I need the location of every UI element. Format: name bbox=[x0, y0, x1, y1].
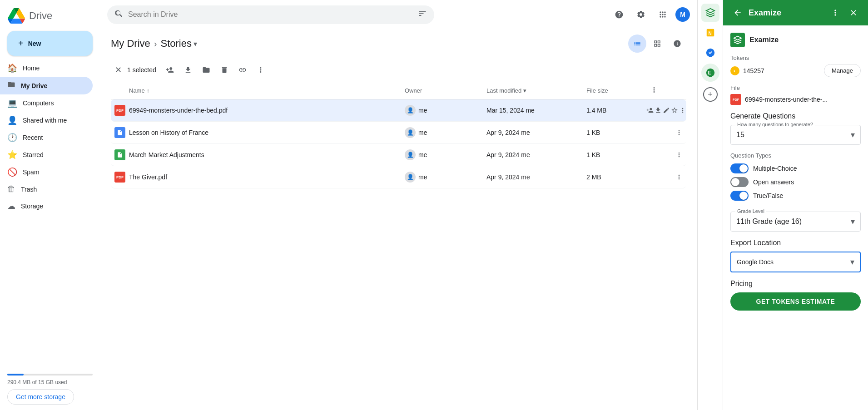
examize-logo bbox=[730, 33, 745, 47]
owner-cell: 👤 me bbox=[405, 172, 486, 183]
storage-bar-fill bbox=[7, 374, 24, 375]
apps-button[interactable] bbox=[654, 5, 672, 24]
export-section: Export Location Google Docs ▾ bbox=[730, 239, 861, 272]
more-row-button[interactable] bbox=[672, 125, 686, 140]
open-answers-toggle[interactable] bbox=[730, 177, 749, 187]
sidebar-item-trash[interactable]: 🗑 Trash bbox=[0, 181, 93, 198]
owner-avatar: 👤 bbox=[405, 105, 416, 116]
doc-icon bbox=[114, 127, 125, 138]
true-false-toggle[interactable] bbox=[730, 191, 749, 201]
get-tokens-estimate-button[interactable]: GET TOKENS ESTIMATE bbox=[730, 292, 861, 311]
grade-level-value: 11th Grade (age 16) bbox=[736, 217, 802, 226]
grid-view-button[interactable] bbox=[648, 35, 666, 53]
export-location-select[interactable]: Google Docs ▾ bbox=[730, 252, 861, 272]
list-view-button[interactable] bbox=[628, 35, 646, 53]
sidebar-item-recent[interactable]: 🕐 Recent bbox=[0, 129, 93, 146]
download-button[interactable] bbox=[180, 62, 196, 78]
modified-sort-icon: ▾ bbox=[523, 87, 526, 94]
yellow-strip-icon[interactable]: N bbox=[701, 24, 719, 42]
search-filter-icon[interactable] bbox=[418, 9, 427, 20]
shared-icon: 👤 bbox=[7, 115, 17, 125]
blue-check-strip-icon[interactable] bbox=[701, 44, 719, 62]
panel-back-button[interactable] bbox=[730, 5, 745, 20]
name-col-label: Name bbox=[129, 87, 145, 94]
sidebar-item-shared-with-me[interactable]: 👤 Shared with me bbox=[0, 112, 93, 129]
get-link-button[interactable] bbox=[234, 62, 251, 78]
table-row[interactable]: PDF 69949-monsters-under-the-bed.pdf 👤 m… bbox=[111, 99, 686, 122]
examize-name-label: Examize bbox=[749, 36, 779, 44]
row-actions-cell bbox=[650, 148, 686, 162]
panel-file-name: 69949-monsters-under-the-... bbox=[745, 96, 828, 103]
grade-level-row: 11th Grade (age 16) ▾ bbox=[736, 217, 855, 227]
num-questions-label: How many questions to generate? bbox=[735, 122, 815, 127]
sidebar-item-storage[interactable]: ☁ Storage bbox=[0, 198, 93, 215]
owner-name: me bbox=[418, 151, 427, 158]
star-row-button[interactable] bbox=[671, 103, 678, 118]
panel-more-button[interactable] bbox=[828, 5, 843, 20]
modified-cell: Apr 9, 2024 me bbox=[486, 173, 586, 181]
grade-level-select[interactable]: Grade Level 11th Grade (age 16) ▾ bbox=[730, 212, 861, 232]
sidebar-item-spam[interactable]: 🚫 Spam bbox=[0, 163, 93, 181]
edit-row-button[interactable] bbox=[663, 103, 670, 118]
sidebar-item-starred[interactable]: ⭐ Starred bbox=[0, 146, 93, 163]
row-actions-cell bbox=[650, 125, 686, 140]
sidebar: Drive + New 🏠 Home My Drive 💻 Computers … bbox=[0, 0, 100, 410]
deselect-button[interactable]: ✕ bbox=[111, 63, 125, 77]
file-name-cell: Lesson on History of France bbox=[129, 129, 405, 136]
topbar-right: M bbox=[610, 5, 690, 24]
sidebar-item-home[interactable]: 🏠 Home bbox=[0, 59, 93, 77]
user-avatar[interactable]: M bbox=[675, 7, 690, 22]
sidebar-item-computers[interactable]: 💻 Computers bbox=[0, 94, 93, 112]
more-actions-button[interactable] bbox=[253, 62, 269, 78]
share-person-button[interactable] bbox=[646, 103, 654, 118]
true-false-row: True/False bbox=[730, 191, 861, 201]
file-name: 69949-monsters-under-the-bed.pdf bbox=[129, 107, 228, 114]
action-bar: ✕ 1 selected bbox=[100, 58, 697, 82]
info-button[interactable] bbox=[668, 35, 686, 53]
breadcrumb-parent[interactable]: My Drive bbox=[111, 38, 150, 49]
table-row[interactable]: March Market Adjustments 👤 me Apr 9, 202… bbox=[111, 144, 686, 166]
svg-text:N: N bbox=[708, 31, 711, 36]
panel-close-button[interactable] bbox=[846, 5, 861, 20]
num-questions-select[interactable]: How many questions to generate? 15 ▾ bbox=[730, 125, 861, 145]
file-name: March Market Adjustments bbox=[129, 151, 204, 158]
file-row: PDF 69949-monsters-under-the-... bbox=[730, 94, 861, 105]
multiple-choice-toggle[interactable] bbox=[730, 163, 749, 173]
manage-button[interactable]: Manage bbox=[824, 64, 861, 77]
name-column-header[interactable]: Name ↑ bbox=[129, 87, 405, 94]
starred-icon: ⭐ bbox=[7, 150, 17, 160]
sidebar-item-recent-label: Recent bbox=[23, 134, 43, 141]
breadcrumb-current[interactable]: Stories ▾ bbox=[160, 38, 197, 49]
add-extension-button[interactable]: + bbox=[703, 87, 718, 102]
get-more-storage-button[interactable]: Get more storage bbox=[7, 389, 74, 405]
settings-button[interactable] bbox=[632, 5, 650, 24]
generate-questions-section: Generate Questions How many questions to… bbox=[730, 112, 861, 145]
file-table: Name ↑ Owner Last modified ▾ File size P… bbox=[100, 82, 697, 410]
table-row[interactable]: Lesson on History of France 👤 me Apr 9, … bbox=[111, 122, 686, 144]
owner-avatar: 👤 bbox=[405, 127, 416, 138]
generate-label: Generate Questions bbox=[730, 112, 861, 120]
help-button[interactable] bbox=[610, 5, 628, 24]
breadcrumb-current-label: Stories bbox=[160, 38, 191, 49]
new-button[interactable]: + New bbox=[7, 31, 93, 56]
more-row-button[interactable] bbox=[672, 170, 686, 184]
more-row-button[interactable] bbox=[672, 148, 686, 162]
export-chevron-icon: ▾ bbox=[850, 257, 854, 267]
organize-button[interactable] bbox=[198, 62, 214, 78]
download-row-button[interactable] bbox=[655, 103, 662, 118]
more-row-button[interactable] bbox=[679, 103, 686, 118]
sidebar-item-my-drive[interactable]: My Drive bbox=[0, 77, 93, 94]
owner-avatar: 👤 bbox=[405, 149, 416, 160]
question-types-label: Question Types bbox=[730, 152, 861, 159]
table-row[interactable]: PDF The Giver.pdf 👤 me Apr 9, 2024 me 2 … bbox=[111, 166, 686, 188]
multiple-choice-row: Multiple-Choice bbox=[730, 163, 861, 173]
right-panel: Examize Examize Tokens $ 145257 Manage bbox=[723, 0, 868, 410]
green-robot-strip-icon[interactable]: E bbox=[701, 64, 719, 82]
sidebar-item-computers-label: Computers bbox=[23, 99, 54, 107]
delete-button[interactable] bbox=[216, 62, 233, 78]
modified-cell: Mar 15, 2024 me bbox=[486, 107, 586, 114]
share-button[interactable] bbox=[162, 62, 178, 78]
examize-strip-icon[interactable] bbox=[701, 4, 719, 22]
sidebar-item-home-label: Home bbox=[23, 64, 40, 72]
search-input[interactable] bbox=[128, 10, 413, 19]
